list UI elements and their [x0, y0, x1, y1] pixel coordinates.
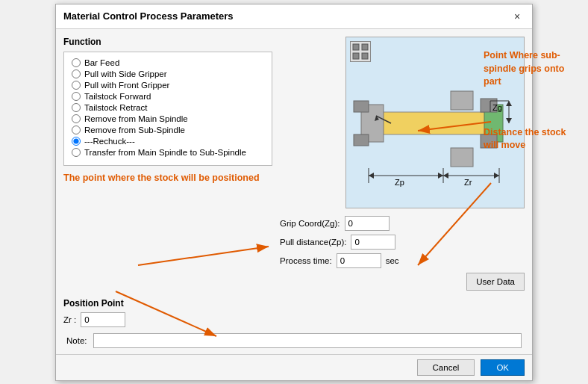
- function-group: Bar Feed Pull with Side Gripper Pull wit…: [63, 52, 272, 166]
- dialog-body: Function Bar Feed Pull with Side Gripper: [56, 29, 532, 298]
- radio-rechuck-label: ---Rechuck---: [84, 137, 135, 146]
- close-button[interactable]: ×: [510, 9, 525, 24]
- radio-pull-side-label: Pull with Side Gripper: [84, 69, 167, 78]
- pull-distance-label: Pull distance(Zp):: [280, 238, 346, 247]
- radio-pull-side[interactable]: Pull with Side Gripper: [72, 69, 264, 78]
- svg-marker-26: [443, 173, 448, 179]
- bottom-form: Position Point Zr : Note:: [56, 298, 532, 354]
- radio-transfer-label: Transfer from Main Spindle to Sub-Spindl…: [84, 148, 246, 157]
- zr-label: Zr :: [63, 315, 76, 324]
- user-data-row: User Data: [280, 273, 525, 291]
- svg-rect-6: [354, 101, 369, 112]
- dialog-footer: Cancel OK: [56, 354, 532, 380]
- dialog-title: Material Control Process Parameters: [63, 10, 234, 22]
- radio-tailstock-fwd-label: Tailstock Forward: [84, 92, 151, 101]
- radio-transfer[interactable]: Transfer from Main Spindle to Sub-Spindl…: [72, 148, 264, 157]
- function-label: Function: [63, 37, 272, 47]
- svg-marker-27: [494, 173, 499, 179]
- function-section: Function Bar Feed Pull with Side Gripper: [63, 37, 272, 166]
- note-row: Note:: [63, 333, 525, 348]
- radio-bar-feed[interactable]: Bar Feed: [72, 58, 264, 67]
- svg-rect-4: [369, 112, 488, 134]
- radio-remove-sub-input[interactable]: [72, 126, 81, 134]
- radio-rechuck[interactable]: ---Rechuck---: [72, 137, 264, 146]
- left-annotation: The point where the stock will be positi…: [63, 172, 272, 185]
- svg-text:Zp: Zp: [395, 178, 404, 187]
- annotation-point-where-text: Point Where sub-spindle grips onto part: [484, 50, 564, 87]
- radio-bar-feed-label: Bar Feed: [84, 58, 119, 67]
- position-label: Position Point: [63, 298, 125, 309]
- user-data-button[interactable]: User Data: [466, 273, 525, 291]
- radio-transfer-input[interactable]: [72, 148, 81, 157]
- radio-remove-main-input[interactable]: [72, 114, 81, 123]
- annotation-distance-the-text: Distance the stock will move: [484, 127, 566, 151]
- process-time-row: Process time: sec: [280, 253, 525, 268]
- dialog-container: Material Control Process Parameters × Fu…: [55, 4, 533, 381]
- process-time-input[interactable]: [337, 253, 381, 268]
- radio-pull-front-input[interactable]: [72, 81, 81, 90]
- process-time-unit: sec: [386, 256, 399, 265]
- radio-tailstock-ret-input[interactable]: [72, 103, 81, 112]
- radio-tailstock-ret-label: Tailstock Retract: [84, 103, 147, 112]
- cancel-button[interactable]: Cancel: [417, 359, 475, 376]
- svg-text:Zr: Zr: [464, 178, 472, 187]
- ok-button[interactable]: OK: [481, 359, 525, 376]
- annotation-point-where: Point Where sub-spindle grips onto part: [484, 49, 581, 89]
- radio-pull-front[interactable]: Pull with Front Gripper: [72, 81, 264, 90]
- svg-marker-23: [438, 173, 443, 179]
- grip-coord-label: Grip Coord(Zg):: [280, 219, 340, 228]
- pull-distance-input[interactable]: [351, 235, 395, 250]
- radio-rechuck-input[interactable]: [72, 137, 81, 146]
- svg-rect-11: [451, 91, 473, 110]
- svg-rect-7: [354, 134, 369, 146]
- radio-tailstock-ret[interactable]: Tailstock Retract: [72, 103, 264, 112]
- grip-coord-row: Grip Coord(Zg):: [280, 216, 525, 231]
- note-label: Note:: [66, 336, 87, 345]
- position-section: Position Point Zr :: [63, 298, 125, 327]
- grip-coord-input[interactable]: [345, 216, 390, 231]
- title-bar: Material Control Process Parameters ×: [56, 4, 532, 29]
- process-time-label: Process time:: [280, 256, 332, 265]
- radio-remove-sub-label: Remove from Sub-Spindle: [84, 126, 185, 134]
- annotation-distance-the: Distance the stock will move: [484, 126, 581, 152]
- zr-input[interactable]: [81, 312, 125, 327]
- svg-marker-22: [369, 173, 374, 179]
- radio-pull-front-label: Pull with Front Gripper: [84, 81, 169, 90]
- svg-rect-12: [451, 148, 473, 167]
- note-input[interactable]: [93, 333, 522, 348]
- radio-remove-sub[interactable]: Remove from Sub-Spindle: [72, 126, 264, 134]
- right-annotations: Point Where sub-spindle grips onto part …: [484, 45, 581, 155]
- zr-row: Zr :: [63, 312, 125, 327]
- radio-tailstock-fwd-input[interactable]: [72, 92, 81, 101]
- radio-pull-side-input[interactable]: [72, 69, 81, 78]
- radio-remove-main[interactable]: Remove from Main Spindle: [72, 114, 264, 123]
- radio-remove-main-label: Remove from Main Spindle: [84, 114, 188, 123]
- left-column: Function Bar Feed Pull with Side Gripper: [63, 37, 272, 291]
- radio-bar-feed-input[interactable]: [72, 58, 81, 67]
- position-note-row: Position Point Zr :: [63, 298, 525, 327]
- form-fields: Grip Coord(Zg): Pull distance(Zp): Proce…: [280, 216, 525, 291]
- pull-distance-row: Pull distance(Zp):: [280, 235, 525, 250]
- radio-tailstock-fwd[interactable]: Tailstock Forward: [72, 92, 264, 101]
